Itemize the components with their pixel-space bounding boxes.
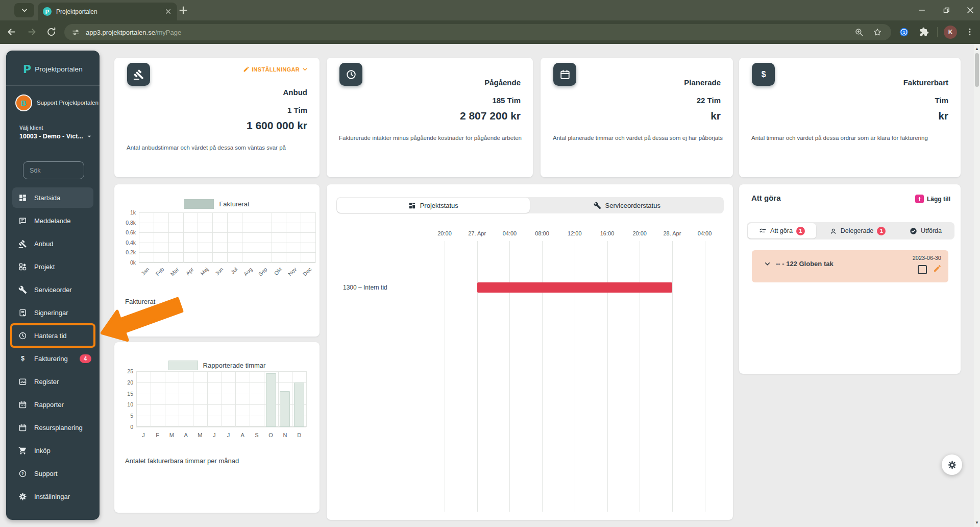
card-icon-tile xyxy=(339,63,362,86)
sidebar-menu: StartsidaMeddelandeAnbudProjektServiceor… xyxy=(12,187,93,509)
sidebar-item-fakturering[interactable]: $Fakturering4 xyxy=(12,348,93,369)
page-scrollbar[interactable]: ▲ ▼ xyxy=(974,44,980,527)
gantt-bar[interactable] xyxy=(477,282,672,293)
legend-label: Fakturerat xyxy=(219,200,249,208)
x-axis-tick-label: S xyxy=(251,432,263,438)
sidebar-item-anbud[interactable]: Anbud xyxy=(12,233,93,254)
tab-label: Delegerade xyxy=(841,227,874,234)
gridline-vertical xyxy=(151,371,151,427)
new-tab-button[interactable] xyxy=(178,5,189,16)
browser-tab[interactable]: P Projektportalen xyxy=(38,3,177,20)
site-info-icon[interactable] xyxy=(71,28,80,37)
scroll-down-arrow[interactable]: ▼ xyxy=(974,519,980,526)
address-bar[interactable]: app3.projektportalen.se/myPage xyxy=(64,24,891,40)
gear-icon xyxy=(18,492,27,501)
tab-delegerade[interactable]: Delegerade 1 xyxy=(817,223,898,238)
user-avatar: B xyxy=(15,94,32,111)
svg-text:$: $ xyxy=(761,70,766,79)
scroll-up-arrow[interactable]: ▲ xyxy=(974,45,980,52)
sidebar-item-rapporter[interactable]: Rapporter xyxy=(12,394,93,415)
gridline-vertical xyxy=(227,212,228,262)
password-extension-icon[interactable]: 1 xyxy=(899,27,909,37)
zoom-icon[interactable] xyxy=(854,28,864,37)
sidebar-item-label: Anbud xyxy=(34,240,54,248)
stat-hours: 22 Tim xyxy=(684,95,721,106)
browser-menu-button[interactable] xyxy=(965,27,974,37)
todo-checkbox[interactable] xyxy=(918,265,927,274)
gridline-vertical xyxy=(139,212,139,262)
todo-item[interactable]: -- - 122 Globen tak 2023-06-30 xyxy=(752,250,948,282)
x-axis-tick-label: Nov xyxy=(281,266,298,283)
user-row[interactable]: B Support Projektportalen xyxy=(15,93,100,112)
sidebar-item-projekt[interactable]: Projekt xyxy=(12,256,93,277)
tab-title: Projektportalen xyxy=(56,8,160,15)
client-caret-icon[interactable] xyxy=(85,132,93,140)
scrollbar-thumb[interactable] xyxy=(975,53,979,87)
window-close-button[interactable] xyxy=(965,5,976,15)
chevron-down-icon[interactable] xyxy=(764,260,771,268)
sidebar-item-installningar[interactable]: Inställningar xyxy=(12,486,93,507)
search-input[interactable] xyxy=(23,161,84,179)
stat-caption: Antal timmar och värdet på dessa ordrar … xyxy=(751,135,928,141)
sidebar-item-serviceorder[interactable]: Serviceorder xyxy=(12,279,93,300)
gridline-vertical xyxy=(242,212,242,262)
settings-link-label: INSTÄLLNINGAR xyxy=(252,66,300,73)
profile-avatar[interactable]: K xyxy=(944,26,957,39)
calendar-icon xyxy=(559,69,571,80)
person-icon xyxy=(829,227,837,235)
check-circle-icon xyxy=(910,227,917,235)
sidebar-item-resursplanering[interactable]: Resursplanering xyxy=(12,417,93,438)
x-axis-tick-label: J xyxy=(208,432,220,438)
wrench-icon xyxy=(594,202,601,209)
x-axis-tick-label: J xyxy=(222,432,234,438)
sidebar-item-signeringar[interactable]: Signeringar xyxy=(12,302,93,323)
bookmark-star-icon[interactable] xyxy=(873,28,882,37)
gridline-vertical xyxy=(212,212,213,262)
sidebar-item-register[interactable]: Register xyxy=(12,371,93,392)
tab-search-button[interactable] xyxy=(14,3,34,17)
dollar-icon: $ xyxy=(758,69,769,80)
x-axis-tick-label: N xyxy=(279,432,291,438)
tab-att-gora[interactable]: Att göra 1 xyxy=(748,223,816,238)
chart-rapporterade-timmar: Rapporterade timmar Antalet fakturerbara… xyxy=(114,342,320,513)
sidebar-item-meddelande[interactable]: Meddelande xyxy=(12,210,93,231)
gridline-horizontal xyxy=(136,427,306,427)
back-button[interactable] xyxy=(6,27,17,37)
window-minimize-button[interactable] xyxy=(916,5,927,15)
sidebar-item-support[interactable]: ?Support xyxy=(12,463,93,484)
reload-button[interactable] xyxy=(46,27,57,37)
stat-caption: Fakturerade intäkter minus pågående kost… xyxy=(339,135,522,141)
forward-button[interactable] xyxy=(27,27,37,37)
gridline-vertical xyxy=(278,371,279,427)
x-axis-tick-label: Sep xyxy=(252,266,268,283)
stat-title: Planerade xyxy=(684,77,721,88)
window-restore-button[interactable] xyxy=(941,5,952,15)
settings-link[interactable]: INSTÄLLNINGAR xyxy=(243,66,308,73)
chevron-down-icon xyxy=(20,6,29,14)
tab-serviceorderstatus[interactable]: Serviceorderstatus xyxy=(531,198,724,213)
tab-close-button[interactable] xyxy=(164,8,172,15)
sidebar-item-startsida[interactable]: Startsida xyxy=(12,187,93,208)
status-tabs: Projektstatus Serviceorderstatus xyxy=(336,197,724,213)
floating-settings-button[interactable] xyxy=(942,454,962,475)
tab-utforda[interactable]: Utförda xyxy=(899,223,952,238)
gantt-gridline xyxy=(445,241,445,512)
add-todo-button[interactable]: Lägg till xyxy=(915,195,950,203)
gantt-time-label: 12:00 xyxy=(558,230,591,236)
y-axis-tick-label: 25 xyxy=(113,368,133,374)
sidebar-item-hantera-tid[interactable]: Hantera tid xyxy=(12,325,93,346)
card-icon-tile xyxy=(553,63,576,86)
edit-pencil-icon[interactable] xyxy=(933,264,942,273)
gridline-vertical xyxy=(257,212,257,262)
legend-label: Rapporterade timmar xyxy=(203,362,266,369)
gantt-row-label: 1300 – Intern tid xyxy=(343,284,387,291)
tab-label: Utförda xyxy=(921,227,942,234)
app-logo[interactable]: P Projektportalen xyxy=(6,63,100,76)
sidebar-item-label: Serviceorder xyxy=(34,286,72,294)
sidebar-item-inkop[interactable]: Inköp xyxy=(12,440,93,461)
document-icon xyxy=(18,308,27,317)
client-select-value[interactable]: 10003 - Demo - Vict... xyxy=(19,133,83,140)
tab-projektstatus[interactable]: Projektstatus xyxy=(337,198,530,213)
browser-toolbar: app3.projektportalen.se/myPage 1 K xyxy=(0,20,980,44)
extensions-icon[interactable] xyxy=(919,27,929,37)
